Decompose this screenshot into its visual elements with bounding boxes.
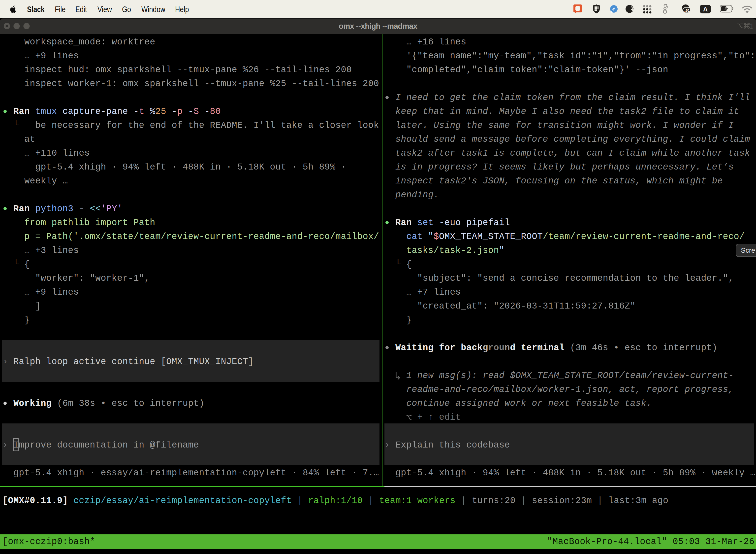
- svg-text:1: 1: [750, 22, 753, 30]
- svg-text:..61: ..61: [684, 8, 690, 12]
